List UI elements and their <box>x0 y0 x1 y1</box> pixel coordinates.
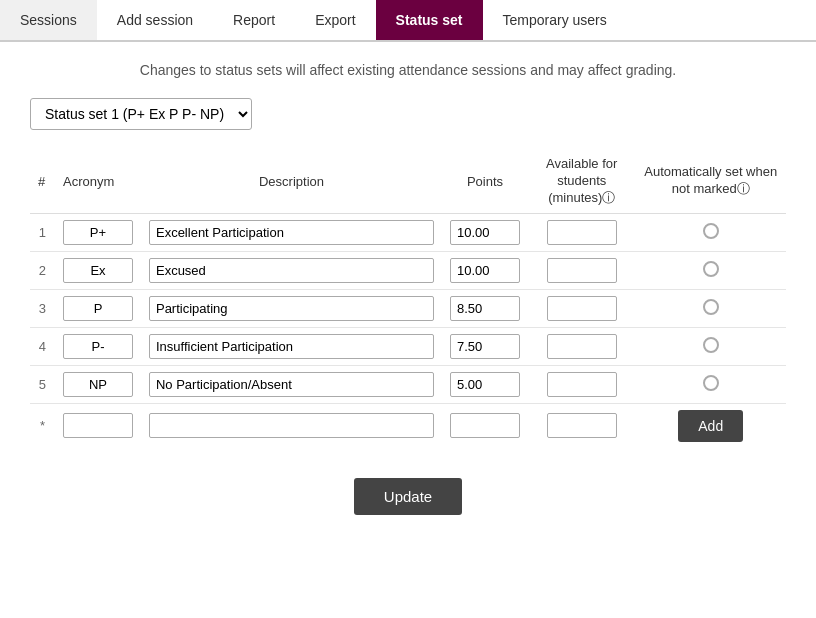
available-input-5[interactable] <box>547 372 617 397</box>
points-input-5[interactable] <box>450 372 520 397</box>
row-available-cell-2 <box>528 251 636 289</box>
table-row: 4 <box>30 327 786 365</box>
notice-text: Changes to status sets will affect exist… <box>30 62 786 78</box>
col-header-points: Points <box>442 150 528 213</box>
description-input-2[interactable] <box>149 258 434 283</box>
main-content: Changes to status sets will affect exist… <box>0 42 816 535</box>
row-auto-cell-2 <box>635 251 786 289</box>
col-header-description: Description <box>141 150 442 213</box>
description-input-1[interactable] <box>149 220 434 245</box>
row-points-cell-5 <box>442 365 528 403</box>
nav-tab-sessions[interactable]: Sessions <box>0 0 97 40</box>
row-points-cell-3 <box>442 289 528 327</box>
row-acronym-cell-5 <box>55 365 141 403</box>
row-auto-cell-5 <box>635 365 786 403</box>
auto-radio-3[interactable] <box>703 299 719 315</box>
row-num-2: 2 <box>30 251 55 289</box>
row-acronym-cell-4 <box>55 327 141 365</box>
acronym-input-3[interactable] <box>63 296 133 321</box>
available-input-3[interactable] <box>547 296 617 321</box>
col-header-auto: Automatically set when not markedⓘ <box>635 150 786 213</box>
table-row: 3 <box>30 289 786 327</box>
row-acronym-cell-2 <box>55 251 141 289</box>
available-label-line2: (minutes)ⓘ <box>548 190 615 205</box>
row-auto-cell-3 <box>635 289 786 327</box>
new-available-cell <box>528 403 636 448</box>
new-points-input[interactable] <box>450 413 520 438</box>
new-acronym-cell <box>55 403 141 448</box>
row-points-cell-2 <box>442 251 528 289</box>
update-button[interactable]: Update <box>354 478 462 515</box>
new-points-cell <box>442 403 528 448</box>
nav-bar: SessionsAdd sessionReportExportStatus se… <box>0 0 816 42</box>
new-description-cell <box>141 403 442 448</box>
auto-label-line1: Automatically set when <box>644 164 777 179</box>
auto-radio-1[interactable] <box>703 223 719 239</box>
col-header-num: # <box>30 150 55 213</box>
row-acronym-cell-3 <box>55 289 141 327</box>
table-row: 2 <box>30 251 786 289</box>
col-header-acronym: Acronym <box>55 150 141 213</box>
row-num-3: 3 <box>30 289 55 327</box>
status-table: # Acronym Description Points Available f… <box>30 150 786 448</box>
acronym-input-2[interactable] <box>63 258 133 283</box>
new-acronym-input[interactable] <box>63 413 133 438</box>
add-button[interactable]: Add <box>678 410 743 442</box>
row-available-cell-3 <box>528 289 636 327</box>
nav-tab-add-session[interactable]: Add session <box>97 0 213 40</box>
row-num-1: 1 <box>30 213 55 251</box>
row-description-cell-2 <box>141 251 442 289</box>
table-row: 1 <box>30 213 786 251</box>
points-input-4[interactable] <box>450 334 520 359</box>
row-points-cell-4 <box>442 327 528 365</box>
description-input-4[interactable] <box>149 334 434 359</box>
acronym-input-5[interactable] <box>63 372 133 397</box>
row-num-4: 4 <box>30 327 55 365</box>
available-label-line1: Available for students <box>546 156 617 188</box>
nav-tab-temporary-users[interactable]: Temporary users <box>483 0 627 40</box>
row-acronym-cell-1 <box>55 213 141 251</box>
available-input-1[interactable] <box>547 220 617 245</box>
row-num-5: 5 <box>30 365 55 403</box>
auto-label-line2: not markedⓘ <box>672 181 750 196</box>
nav-tab-status-set[interactable]: Status set <box>376 0 483 40</box>
new-row: * Add <box>30 403 786 448</box>
status-set-dropdown-row: Status set 1 (P+ Ex P P- NP) <box>30 98 786 130</box>
auto-radio-5[interactable] <box>703 375 719 391</box>
new-available-input[interactable] <box>547 413 617 438</box>
available-input-4[interactable] <box>547 334 617 359</box>
col-header-available: Available for students (minutes)ⓘ <box>528 150 636 213</box>
description-input-3[interactable] <box>149 296 434 321</box>
points-input-1[interactable] <box>450 220 520 245</box>
acronym-input-4[interactable] <box>63 334 133 359</box>
available-input-2[interactable] <box>547 258 617 283</box>
description-input-5[interactable] <box>149 372 434 397</box>
new-description-input[interactable] <box>149 413 434 438</box>
new-add-cell: Add <box>635 403 786 448</box>
status-set-select[interactable]: Status set 1 (P+ Ex P P- NP) <box>30 98 252 130</box>
new-row-asterisk: * <box>30 403 55 448</box>
row-auto-cell-4 <box>635 327 786 365</box>
row-auto-cell-1 <box>635 213 786 251</box>
row-available-cell-4 <box>528 327 636 365</box>
row-description-cell-1 <box>141 213 442 251</box>
row-points-cell-1 <box>442 213 528 251</box>
nav-tab-report[interactable]: Report <box>213 0 295 40</box>
points-input-3[interactable] <box>450 296 520 321</box>
row-description-cell-4 <box>141 327 442 365</box>
row-description-cell-3 <box>141 289 442 327</box>
acronym-input-1[interactable] <box>63 220 133 245</box>
nav-tab-export[interactable]: Export <box>295 0 375 40</box>
points-input-2[interactable] <box>450 258 520 283</box>
table-row: 5 <box>30 365 786 403</box>
row-available-cell-5 <box>528 365 636 403</box>
auto-radio-2[interactable] <box>703 261 719 277</box>
row-available-cell-1 <box>528 213 636 251</box>
auto-radio-4[interactable] <box>703 337 719 353</box>
row-description-cell-5 <box>141 365 442 403</box>
